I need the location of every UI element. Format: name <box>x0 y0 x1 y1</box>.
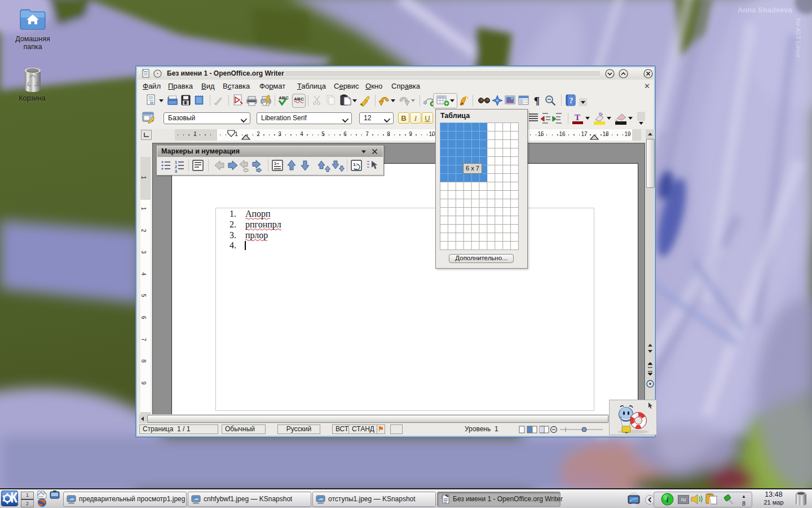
svg-text:?: ? <box>570 97 573 105</box>
svg-text:2: 2 <box>175 165 177 169</box>
svg-text:T: T <box>575 113 580 122</box>
svg-text:1═: 1═ <box>274 161 279 165</box>
svg-text:ABC: ABC <box>294 97 304 102</box>
svg-text:1:: 1: <box>353 162 357 167</box>
svg-text:3: 3 <box>175 169 177 173</box>
svg-text:¶: ¶ <box>534 95 540 107</box>
svg-text:ABC: ABC <box>279 95 289 100</box>
svg-text:1: 1 <box>175 160 177 164</box>
